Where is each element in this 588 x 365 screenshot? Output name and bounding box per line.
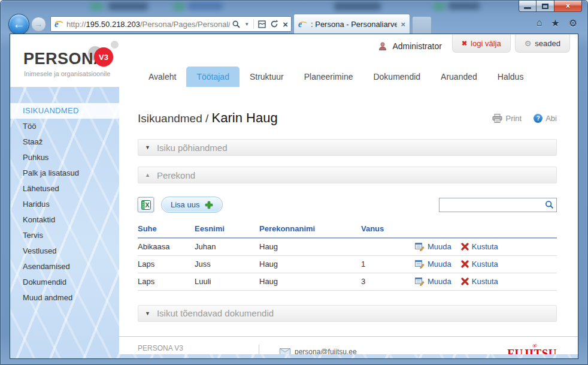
compatibility-view-icon[interactable] — [258, 20, 266, 28]
sidebar-item-staaz[interactable]: Staaž — [10, 134, 119, 150]
settings-button[interactable]: ⚙ seaded — [515, 34, 570, 53]
sidebar-item-too[interactable]: Töö — [10, 119, 119, 134]
table-row: Laps Luuli Haug 3 Muuda — [138, 273, 557, 290]
minimize-icon — [524, 7, 531, 9]
forward-button[interactable]: → — [31, 17, 46, 32]
table-row: Abikaasa Juhan Haug Muuda — [138, 238, 557, 255]
tab-close-icon[interactable]: × — [401, 20, 405, 29]
col-header-suhe[interactable]: Suhe — [138, 221, 195, 238]
nav-tab-avaleht[interactable]: Avaleht — [138, 67, 186, 87]
tab-title: : Persona - Personaliarvestu... — [311, 20, 397, 29]
help-button[interactable]: ? Abi — [534, 114, 557, 123]
sidebar-item-vestlused[interactable]: Vestlused — [10, 243, 119, 259]
user-name: Administrator — [392, 41, 441, 51]
plus-icon — [205, 201, 213, 209]
edit-link[interactable]: Muuda — [415, 260, 451, 269]
footer-email-link[interactable]: persona@fujitsu.ee — [280, 348, 357, 355]
nav-tab-struktuur[interactable]: Struktuur — [240, 67, 294, 87]
nav-tab-tootajad[interactable]: Töötajad — [186, 67, 239, 87]
delete-x-icon — [461, 277, 469, 285]
nav-tab-haldus[interactable]: Haldus — [487, 67, 534, 87]
col-header-perekonnanimi[interactable]: Perekonnanimi — [259, 221, 361, 238]
favorites-star-icon[interactable]: ★ — [551, 17, 559, 29]
logo-tagline: Inimesele ja organisatsioonile — [24, 70, 110, 77]
nav-tab-aruanded[interactable]: Aruanded — [431, 67, 487, 87]
col-header-eesnimi[interactable]: Eesnimi — [195, 221, 259, 238]
edit-icon — [415, 277, 425, 286]
tools-gear-icon[interactable]: ⚙ — [569, 17, 577, 29]
fujitsu-logo: ∞ FUJITSU — [507, 347, 557, 355]
sidebar-item-asendamised[interactable]: Asendamised — [10, 259, 119, 274]
home-icon[interactable]: ⌂ — [537, 17, 542, 29]
main-content: Isikuandmed / Karin Haug Print ? Abi — [119, 87, 578, 354]
persona-logo[interactable]: PERSONA V3 Inimesele ja organisatsioonil… — [23, 46, 143, 83]
export-excel-button[interactable]: X — [138, 197, 154, 212]
search-input[interactable] — [442, 199, 545, 211]
sidebar-item-muud-andmed[interactable]: Muud andmed — [10, 290, 119, 306]
person-name: Karin Haug — [212, 110, 278, 125]
titlebar-blur-decor — [334, 2, 381, 10]
expand-triangle-icon: ▲ — [145, 172, 150, 178]
print-button[interactable]: Print — [492, 114, 522, 123]
address-bar[interactable]: e http://195.50.218.203/Persona/Pages/Pe… — [50, 16, 292, 32]
edit-link[interactable]: Muuda — [415, 242, 451, 251]
cell-age — [361, 238, 415, 255]
stop-icon[interactable]: × — [283, 20, 288, 29]
edit-link[interactable]: Muuda — [415, 277, 451, 286]
titlebar-blur-decor — [188, 2, 223, 10]
titlebar-blur-decor — [108, 2, 148, 10]
section-perekond[interactable]: ▲ Perekond — [138, 167, 557, 183]
close-icon: × — [566, 2, 570, 10]
search-icon[interactable] — [232, 20, 240, 28]
breadcrumb-separator: / — [202, 112, 212, 125]
cell-relation: Abikaasa — [138, 238, 195, 255]
nav-tab-planeerimine[interactable]: Planeerimine — [294, 67, 363, 87]
titlebar-blur-decor — [90, 3, 104, 10]
sidebar-item-dokumendid[interactable]: Dokumendid — [10, 274, 119, 290]
sidebar: ISIKUANDMED Töö Staaž Puhkus Palk ja lis… — [10, 87, 119, 306]
svg-text:X: X — [145, 201, 150, 209]
section-isiku-pohiandmed[interactable]: ▼ Isiku põhiandmed — [138, 139, 557, 156]
delete-link[interactable]: Kustuta — [461, 277, 498, 286]
logout-button[interactable]: ✖ logi välja — [452, 34, 511, 53]
content-area: ISIKUANDMED Töö Staaž Puhkus Palk ja lis… — [10, 87, 578, 358]
new-tab-button[interactable] — [412, 16, 432, 34]
main-navigation: Avaleht Töötajad Struktuur Planeerimine … — [138, 67, 534, 87]
nav-tab-dokumendid[interactable]: Dokumendid — [363, 67, 431, 87]
sidebar-item-puhkus[interactable]: Puhkus — [10, 150, 119, 165]
delete-link[interactable]: Kustuta — [461, 242, 498, 251]
user-area: Administrator ✖ logi välja ⚙ seaded — [378, 34, 570, 53]
sidebar-item-haridus[interactable]: Haridus — [10, 197, 119, 212]
forward-icon: → — [35, 19, 43, 29]
url-text: http://195.50.218.203/Persona/Pages/Pers… — [66, 20, 230, 29]
back-button[interactable]: ← — [8, 14, 29, 35]
cell-first-name: Juhan — [195, 238, 259, 255]
logo-version-badge: V3 — [94, 47, 113, 67]
footer-product-info: PERSONA V3 Inimesele ja organisatsioonil… — [138, 343, 259, 355]
col-header-vanus[interactable]: Vanus — [361, 221, 415, 238]
footer-tagline: Inimesele ja organisatsioonile — [138, 353, 259, 354]
back-icon: ← — [13, 17, 25, 31]
cell-first-name: Juss — [195, 255, 259, 273]
refresh-icon[interactable] — [270, 20, 278, 28]
window-controls: × — [519, 1, 582, 12]
sidebar-item-isikuandmed[interactable]: ISIKUANDMED — [10, 103, 119, 119]
sidebar-item-kontaktid[interactable]: Kontaktid — [10, 212, 119, 228]
browser-tab[interactable]: e : Persona - Personaliarvestu... × — [293, 14, 410, 34]
search-icon[interactable] — [545, 200, 554, 209]
sidebar-item-lahetused[interactable]: Lähetused — [10, 181, 119, 197]
logo-decor-circle — [111, 41, 119, 49]
close-button[interactable]: × — [554, 1, 582, 12]
browser-toolbar-icons: ⌂ ★ ⚙ — [537, 17, 577, 29]
address-dropdown-icon[interactable]: ▼ — [244, 22, 249, 27]
maximize-button[interactable] — [537, 1, 554, 12]
section-isikut-toendavad-dokumendid[interactable]: ▼ Isikut tõendavad dokumendid — [138, 305, 557, 322]
logo-text: PERSONA — [23, 50, 105, 68]
excel-icon: X — [141, 200, 151, 210]
sidebar-item-tervis[interactable]: Tervis — [10, 228, 119, 243]
sidebar-item-palk[interactable]: Palk ja lisatasud — [10, 165, 119, 181]
delete-link[interactable]: Kustuta — [461, 260, 498, 269]
add-new-button[interactable]: Lisa uus — [161, 197, 223, 213]
minimize-button[interactable] — [519, 1, 537, 12]
family-toolbar: X Lisa uus — [138, 197, 557, 213]
